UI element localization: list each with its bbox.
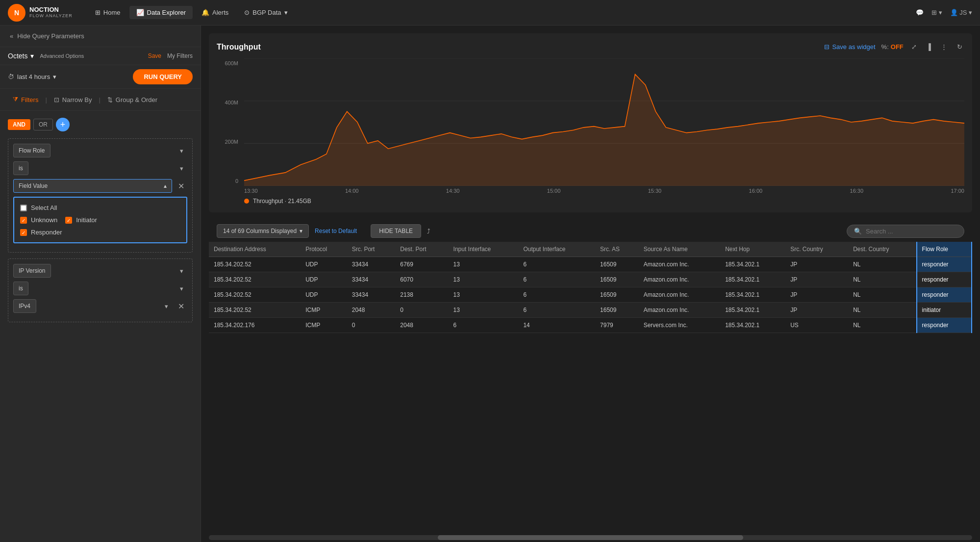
tab-group-order[interactable]: ⇅ Group & Order	[102, 94, 162, 105]
filter-block-flow-role: Flow Role is Field Value ▴	[8, 138, 193, 253]
table-cell: 2048	[347, 303, 395, 318]
hide-table-button[interactable]: HIDE TABLE	[371, 224, 421, 238]
table-cell: NL	[848, 257, 916, 272]
table-cell: 185.34.202.52	[209, 272, 301, 287]
and-button[interactable]: AND	[8, 119, 30, 130]
advanced-options-label[interactable]: Advanced Options	[40, 53, 142, 59]
table-cell: 13	[449, 257, 519, 272]
table-cell: 16509	[595, 287, 639, 303]
save-link[interactable]: Save	[148, 52, 161, 59]
or-button[interactable]: OR	[33, 119, 53, 130]
user-menu[interactable]: 👤 JS ▾	[950, 9, 972, 16]
col-dest-port: Dest. Port	[395, 242, 448, 257]
filter-row-ip-operator: is	[13, 282, 187, 295]
nav-data-explorer[interactable]: 📈 Data Explorer	[129, 6, 193, 19]
logo-icon: N	[8, 4, 25, 22]
field-value-dropdown[interactable]: Field Value ▴	[13, 179, 172, 193]
remove-ip-filter-button[interactable]: ✕	[175, 301, 187, 312]
table-cell: JP	[785, 257, 848, 272]
table-cell: UDP	[301, 272, 347, 287]
hide-query-btn[interactable]: « Hide Query Parameters	[0, 26, 201, 47]
brand-sub: FLOW ANALYZER	[29, 14, 73, 19]
table-row: 185.34.202.176ICMP020486147979Servers.co…	[209, 318, 972, 333]
table-cell: responder	[917, 272, 972, 287]
flow-role-select[interactable]: Flow Role	[13, 144, 50, 157]
nav-bgp-data[interactable]: ⊙ BGP Data ▾	[237, 6, 294, 19]
save-as-widget-button[interactable]: ⊟ Save as widget	[824, 43, 875, 51]
caret-up-icon: ▴	[164, 182, 167, 189]
checkbox-unknown[interactable]	[20, 217, 27, 224]
data-table: Destination Address Protocol Src. Port D…	[209, 242, 972, 333]
horizontal-scrollbar[interactable]	[209, 535, 972, 540]
chart-y-labels: 600M 400M 200M 0	[217, 58, 242, 186]
filter-block-ip-version: IP Version is IPv4	[8, 258, 193, 322]
checkbox-responder[interactable]	[20, 229, 27, 236]
table-cell: 6	[518, 303, 595, 318]
external-link-icon[interactable]: ⤴	[427, 228, 430, 235]
col-input-iface: Input Interface	[449, 242, 519, 257]
col-flow-role: Flow Role	[917, 242, 972, 257]
table-cell: NL	[848, 287, 916, 303]
option-responder[interactable]: Responder	[18, 226, 182, 238]
logo[interactable]: N NOCTION FLOW ANALYZER	[8, 4, 73, 22]
table-cell: 0	[347, 318, 395, 333]
pct-toggle[interactable]: %: OFF	[881, 43, 904, 51]
checkbox-select-all[interactable]	[20, 205, 27, 211]
ip-version-select[interactable]: IP Version	[13, 264, 51, 278]
scrollbar-thumb[interactable]	[438, 535, 743, 540]
table-cell: 185.34.202.1	[720, 287, 785, 303]
table-cell: 185.34.202.1	[720, 257, 785, 272]
nav-home[interactable]: ⊞ Home	[88, 6, 127, 19]
refresh-icon[interactable]: ↻	[955, 41, 964, 52]
table-cell: 6	[518, 287, 595, 303]
search-input[interactable]	[866, 228, 957, 235]
chat-icon[interactable]: 💬	[916, 9, 924, 16]
data-table-wrap[interactable]: Destination Address Protocol Src. Port D…	[209, 242, 972, 533]
checkbox-initiator[interactable]	[65, 217, 72, 224]
col-src-as-name: Source As Name	[639, 242, 720, 257]
table-toolbar: 14 of 69 Columns Displayed ▾ Reset to De…	[209, 220, 972, 242]
tab-filters[interactable]: ⧩ Filters	[8, 94, 43, 105]
table-cell: ICMP	[301, 318, 347, 333]
nav-alerts[interactable]: 🔔 Alerts	[195, 6, 235, 19]
octets-dropdown[interactable]: Octets ▾	[8, 52, 34, 60]
col-protocol: Protocol	[301, 242, 347, 257]
operator-select[interactable]: is	[13, 161, 28, 175]
columns-display-button[interactable]: 14 of 69 Columns Displayed ▾	[217, 224, 309, 238]
ip-operator-select[interactable]: is	[13, 282, 28, 295]
time-selector[interactable]: ⏱ last 4 hours ▾	[8, 73, 56, 80]
table-cell: JP	[785, 287, 848, 303]
bar-chart-icon[interactable]: ▐	[925, 41, 933, 52]
option-unknown[interactable]: Unknown Initiator	[18, 214, 182, 226]
table-cell: 185.34.202.52	[209, 287, 301, 303]
table-cell: 14	[518, 318, 595, 333]
expand-icon[interactable]: ⤢	[909, 41, 919, 52]
legend-label: Throughput · 21.45GB	[253, 198, 311, 205]
reset-to-default-link[interactable]: Reset to Default	[315, 228, 357, 234]
table-cell: responder	[917, 287, 972, 303]
narrow-icon: ⊡	[54, 96, 59, 103]
ipv4-select[interactable]: IPv4	[13, 299, 36, 313]
field-value-dropdown-open: Select All Unknown Initiator Responder	[13, 197, 187, 243]
table-cell: 6	[518, 272, 595, 287]
table-cell: 185.34.202.52	[209, 257, 301, 272]
chart-x-labels: 13:30 14:00 14:30 15:00 15:30 16:00 16:3…	[244, 188, 964, 194]
filter-body: AND OR + Flow Role is	[0, 111, 201, 542]
left-panel: « Hide Query Parameters Octets ▾ Advance…	[0, 26, 201, 542]
table-cell: 185.34.202.1	[720, 272, 785, 287]
menu-dots-icon[interactable]: ⋮	[939, 41, 949, 52]
grid-settings-icon[interactable]: ⊞ ▾	[931, 9, 942, 16]
run-query-button[interactable]: RUN QUERY	[133, 69, 193, 84]
add-filter-button[interactable]: +	[56, 118, 70, 131]
tab-narrow-by[interactable]: ⊡ Narrow By	[49, 94, 97, 105]
clock-icon: ⏱	[8, 73, 14, 80]
table-cell: 13	[449, 303, 519, 318]
my-filters-link[interactable]: My Filters	[167, 52, 193, 59]
filter-row-operator: is	[13, 161, 187, 175]
bgp-icon: ⊙	[244, 9, 250, 16]
chevron-down-icon: ▾	[30, 52, 34, 60]
option-select-all[interactable]: Select All	[18, 202, 182, 214]
field-value-row: Field Value ▴ ✕	[13, 179, 187, 193]
remove-filter-button[interactable]: ✕	[175, 181, 187, 192]
table-row: 185.34.202.52UDP33434213813616509Amazon.…	[209, 287, 972, 303]
